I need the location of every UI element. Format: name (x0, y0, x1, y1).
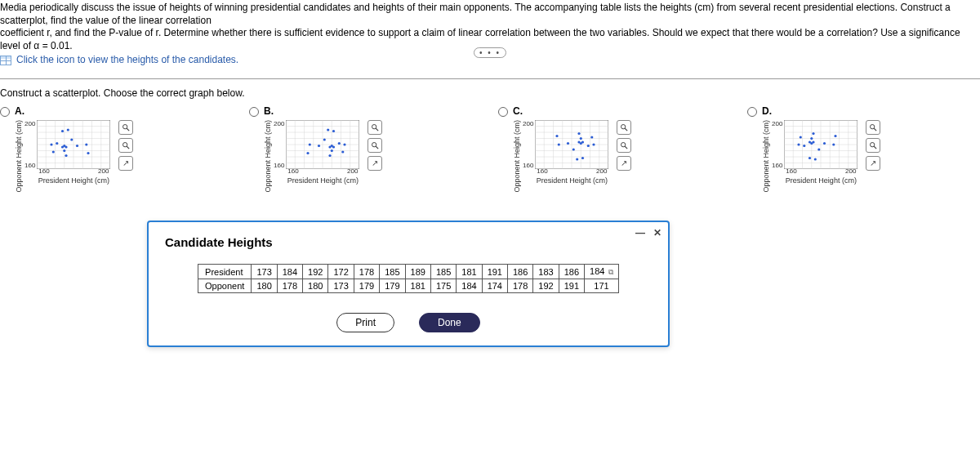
zoom-out-button[interactable] (617, 138, 631, 153)
zoom-out-button[interactable] (866, 138, 880, 153)
choice-c[interactable]: C.Opponent Height (cm)200160160200Presid… (498, 105, 731, 193)
minimize-button[interactable]: — (635, 227, 645, 238)
zoom-out-icon (869, 141, 877, 149)
radio-d[interactable] (747, 107, 757, 117)
table-cell: 184 (457, 279, 482, 293)
svg-point-87 (587, 145, 590, 147)
popout-icon: ↗ (870, 158, 876, 167)
axis-tick: 160 (38, 167, 49, 175)
svg-point-15 (86, 143, 88, 145)
svg-point-126 (808, 157, 811, 159)
svg-line-65 (376, 146, 379, 149)
svg-point-51 (307, 152, 310, 154)
svg-point-22 (64, 149, 66, 152)
svg-point-85 (567, 142, 569, 145)
choice-b[interactable]: B.Opponent Height (cm)200160160200Presid… (249, 105, 482, 193)
dialog-title: Candidate Heights (165, 235, 652, 249)
popout-button[interactable]: ↗ (368, 156, 382, 171)
svg-point-122 (818, 148, 821, 150)
svg-line-63 (376, 128, 379, 131)
more-indicator[interactable]: • • • (474, 47, 506, 58)
svg-point-91 (581, 140, 584, 143)
svg-point-56 (323, 138, 326, 140)
svg-point-62 (372, 124, 376, 128)
table-cell: 178 (507, 279, 532, 293)
popout-button[interactable]: ↗ (617, 156, 631, 171)
axis-tick: 160 (537, 167, 547, 175)
choice-d[interactable]: D.Opponent Height (cm)200160160200Presid… (747, 105, 980, 193)
svg-point-26 (67, 128, 69, 131)
close-button[interactable]: ✕ (653, 227, 662, 238)
zoom-in-button[interactable] (866, 120, 880, 135)
x-axis-label: President Height (cm) (784, 176, 858, 185)
svg-line-96 (626, 128, 628, 131)
radio-b[interactable] (249, 107, 259, 117)
choice-label: B. (264, 105, 382, 117)
popout-button[interactable]: ↗ (866, 156, 880, 171)
svg-point-97 (621, 142, 626, 146)
svg-point-114 (833, 143, 835, 145)
table-cell: 180 (303, 279, 328, 293)
axis-tick: 160 (772, 162, 782, 169)
svg-point-125 (814, 158, 817, 160)
svg-line-30 (127, 128, 130, 131)
table-cell: 178 (277, 279, 302, 293)
row-label-opponent: Opponent (198, 279, 252, 293)
x-axis-label: President Height (cm) (286, 176, 359, 185)
table-icon (0, 56, 11, 65)
zoom-out-button[interactable] (368, 138, 382, 153)
axis-tick: 200 (772, 120, 782, 127)
print-button[interactable]: Print (336, 313, 394, 332)
radio-c[interactable] (498, 107, 508, 117)
axis-tick: 200 (845, 167, 856, 175)
table-cell: 192 (303, 265, 328, 279)
svg-point-93 (581, 157, 584, 159)
zoom-in-button[interactable] (617, 120, 631, 135)
svg-point-118 (823, 142, 826, 145)
scatterplot-a (37, 120, 110, 169)
svg-point-50 (344, 143, 346, 145)
svg-point-28 (65, 154, 68, 157)
axis-tick: 200 (523, 120, 533, 127)
choice-a[interactable]: A.Opponent Height (cm)200160160200Presid… (0, 105, 233, 193)
svg-point-24 (52, 150, 55, 153)
done-button[interactable]: Done (419, 313, 480, 332)
svg-point-58 (332, 145, 335, 148)
table-cell: 171 (585, 279, 619, 293)
zoom-out-button[interactable] (118, 138, 133, 153)
zoom-in-button[interactable] (118, 120, 133, 135)
axis-tick: 200 (596, 167, 607, 175)
y-axis-label: Opponent Height (cm) (762, 120, 770, 193)
scatterplot-d (784, 120, 858, 169)
svg-point-88 (580, 137, 582, 140)
svg-point-52 (318, 145, 320, 147)
table-cell: 184 (277, 265, 302, 279)
x-axis-label: President Height (cm) (37, 176, 110, 185)
y-axis-label: Opponent Height (cm) (264, 120, 272, 193)
axis-tick: 160 (274, 162, 284, 169)
svg-line-98 (626, 146, 628, 149)
popout-icon: ↗ (122, 158, 129, 167)
svg-point-116 (798, 143, 800, 145)
x-axis-label: President Height (cm) (535, 176, 608, 185)
separator (0, 78, 980, 79)
table-cell: 183 (533, 265, 559, 279)
y-axis-label: Opponent Height (cm) (15, 120, 23, 193)
radio-a[interactable] (0, 107, 10, 117)
popout-button[interactable]: ↗ (118, 156, 133, 171)
y-axis-label: Opponent Height (cm) (513, 120, 521, 193)
scatterplot-b (286, 120, 359, 169)
table-cell: 184 ⧉ (585, 265, 619, 279)
table-cell: 173 (252, 265, 277, 279)
scatter-prompt: Construct a scatterplot. Choose the corr… (0, 87, 980, 99)
svg-point-57 (342, 150, 345, 153)
scatterplot-c (535, 120, 608, 169)
popout-icon: ↗ (372, 158, 378, 167)
svg-point-117 (835, 135, 837, 137)
svg-point-95 (621, 124, 626, 128)
svg-point-61 (329, 154, 332, 157)
table-cell: 185 (380, 265, 405, 279)
zoom-in-button[interactable] (368, 120, 382, 135)
copy-icon[interactable]: ⧉ (606, 268, 613, 276)
svg-point-21 (56, 142, 59, 145)
